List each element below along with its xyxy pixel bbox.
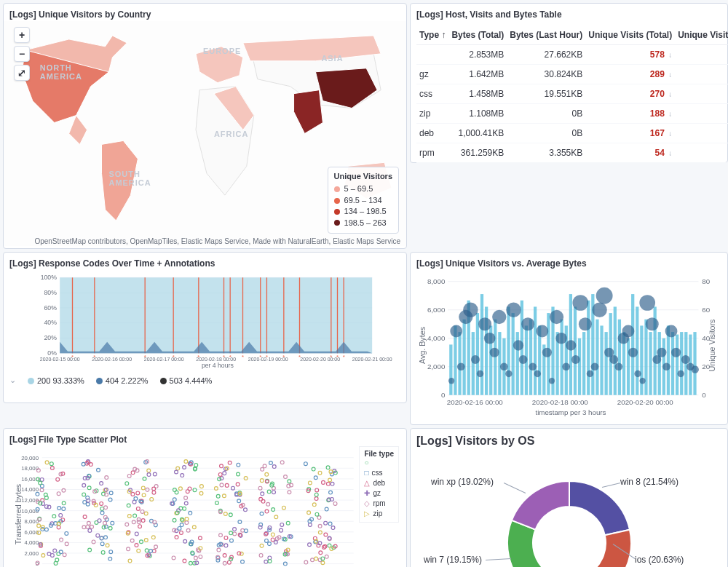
svg-point-231 (40, 477, 44, 481)
svg-point-132 (457, 362, 465, 370)
svg-text:4,000: 4,000 (25, 539, 39, 546)
svg-text:100%: 100% (41, 274, 57, 281)
table-row[interactable]: css 1.458MB 19.551KB 270 ↓ 3 ↓ (416, 84, 728, 104)
svg-point-418 (175, 470, 178, 474)
table-row[interactable]: gz 1.642MB 30.824KB 289 ↓ 4 ↓ (416, 65, 728, 84)
donut-label: ios (20.63%) (635, 555, 684, 565)
panel-map: [Logs] Unique Visitors by Country + − ⤢ (3, 3, 407, 249)
donut-slice[interactable] (586, 530, 630, 567)
svg-point-355 (132, 520, 135, 524)
svg-point-382 (153, 472, 157, 476)
donut-slice[interactable] (511, 481, 569, 530)
svg-point-550 (272, 465, 276, 469)
table-header[interactable]: Type ↑ (416, 25, 448, 45)
scatter-legend-item[interactable]: □css (364, 468, 394, 478)
svg-point-591 (318, 524, 322, 528)
svg-point-561 (280, 461, 284, 464)
svg-rect-124 (671, 332, 674, 395)
svg-point-175 (662, 362, 670, 370)
svg-text:2020-02-19 00:00: 2020-02-19 00:00 (248, 357, 288, 362)
svg-point-541 (263, 464, 266, 468)
svg-text:2020-02-17 00:00: 2020-02-17 00:00 (144, 357, 184, 362)
svg-point-364 (136, 507, 140, 510)
svg-point-547 (269, 461, 273, 465)
fit-button[interactable]: ⤢ (14, 65, 30, 81)
table-row[interactable]: 2.853MB 27.662KB 578 ↓ 6 ↓ (416, 45, 728, 65)
svg-rect-126 (680, 332, 683, 395)
scatter-legend-item[interactable]: △deb (364, 478, 394, 488)
svg-point-395 (199, 491, 203, 495)
response-legend: ⌄ 200 93.333%404 2.222%503 4.444% (9, 376, 400, 385)
svg-point-488 (230, 539, 234, 542)
svg-rect-104 (582, 332, 585, 395)
svg-point-338 (137, 549, 141, 552)
svg-point-236 (63, 553, 66, 557)
svg-point-138 (484, 333, 496, 344)
svg-point-474 (218, 473, 222, 477)
scatter-legend-item[interactable]: ◇rpm (364, 499, 394, 509)
svg-point-352 (136, 491, 140, 495)
zoom-out-button[interactable]: − (14, 46, 30, 62)
donut-slice[interactable] (507, 520, 545, 567)
map-attribution: OpenStreetMap contributors, OpenMapTiles… (34, 237, 400, 245)
response-chart[interactable]: 0%20%40%60%80%100% *************** 2020-… (9, 274, 400, 369)
svg-point-572 (308, 523, 312, 527)
svg-point-627 (315, 488, 319, 492)
svg-point-403 (194, 556, 197, 560)
table-header[interactable]: Bytes (Total) (448, 25, 507, 45)
svg-point-394 (194, 464, 198, 467)
svg-point-357 (131, 471, 135, 475)
svg-point-579 (324, 533, 328, 536)
svg-point-292 (101, 550, 105, 554)
svg-point-276 (97, 468, 100, 472)
svg-text:20,000: 20,000 (21, 455, 39, 461)
svg-text:20%: 20% (44, 334, 58, 341)
scatter-legend-item[interactable]: ✚gz (364, 488, 394, 499)
svg-point-551 (265, 509, 269, 513)
svg-text:Unique Visitors: Unique Visitors (708, 320, 716, 372)
table-row[interactable]: rpm 361.259KB 3.355KB 54 ↓ 2 ↓ (416, 143, 728, 163)
svg-point-304 (82, 526, 86, 529)
svg-point-319 (108, 557, 112, 560)
svg-point-612 (314, 557, 318, 560)
bubble-chart[interactable]: 02,0004,0006,0008,000 020406080 2020-02-… (416, 274, 721, 416)
scatter-legend-item[interactable]: ○ (364, 458, 394, 468)
svg-point-150 (542, 348, 552, 357)
svg-text:AFRICA: AFRICA (214, 130, 248, 138)
table-row[interactable]: zip 1.108MB 0B 188 ↓ 0 ↓ (416, 104, 728, 124)
response-legend-item[interactable]: 404 2.222% (96, 376, 149, 385)
scatter-chart[interactable]: 02,0004,0006,0008,00010,00012,00014,0001… (9, 451, 400, 567)
svg-point-370 (130, 539, 134, 542)
svg-point-419 (180, 523, 183, 527)
svg-point-303 (100, 502, 103, 506)
zoom-in-button[interactable]: + (14, 27, 30, 43)
svg-text:ASIA: ASIA (321, 54, 343, 63)
svg-text:Transferred bytes: Transferred bytes (14, 484, 23, 544)
table-header[interactable]: Unique Visits (Last Hour) (675, 25, 728, 45)
svg-point-460 (233, 528, 237, 531)
svg-point-490 (223, 561, 226, 565)
svg-point-327 (88, 548, 92, 552)
table-header[interactable]: Bytes (Last Hour) (507, 25, 585, 45)
svg-point-270 (82, 493, 86, 496)
svg-point-326 (104, 536, 108, 539)
map-legend-item: 5 – 69.5 (334, 183, 392, 194)
donut-chart[interactable]: win 8 (21.54%)ios (20.63%)osx (19.66%)wi… (416, 456, 721, 567)
scatter-legend-item[interactable]: ▷zip (364, 509, 394, 519)
svg-point-457 (233, 532, 237, 536)
svg-point-538 (272, 491, 276, 494)
svg-point-552 (260, 479, 264, 483)
svg-point-616 (318, 531, 322, 534)
svg-point-252 (44, 528, 48, 531)
svg-point-609 (331, 526, 335, 530)
svg-point-171 (639, 295, 655, 311)
svg-point-621 (323, 544, 327, 548)
response-legend-item[interactable]: 503 4.444% (160, 376, 213, 385)
response-legend-item[interactable]: 200 93.333% (28, 376, 84, 385)
donut-slice[interactable] (569, 481, 630, 535)
svg-point-499 (223, 472, 226, 475)
table-row[interactable]: deb 1,000.41KB 0B 167 ↓ 0 ↓ (416, 124, 728, 143)
table-header[interactable]: Unique Visits (Total) (585, 25, 675, 45)
svg-point-210 (62, 501, 66, 505)
svg-point-617 (326, 482, 330, 485)
